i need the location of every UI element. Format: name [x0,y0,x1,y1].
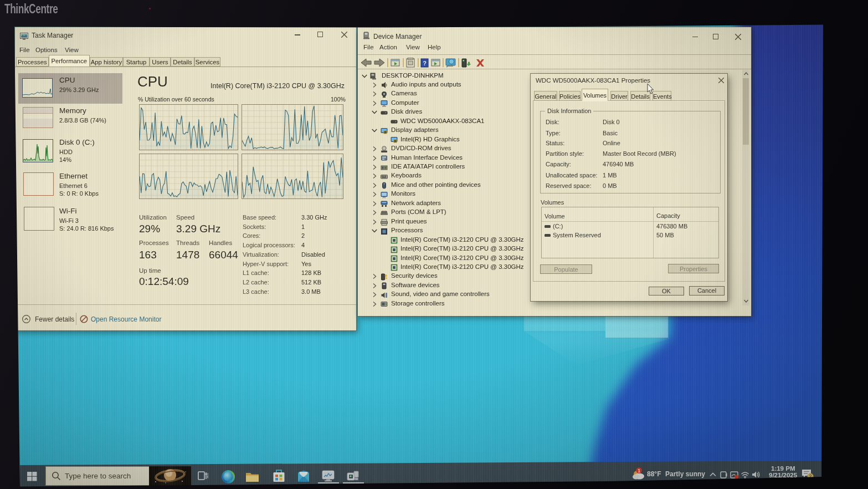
svg-text:?: ? [423,59,427,66]
svg-text:2: 2 [809,473,811,479]
svg-text:1: 1 [638,468,640,473]
